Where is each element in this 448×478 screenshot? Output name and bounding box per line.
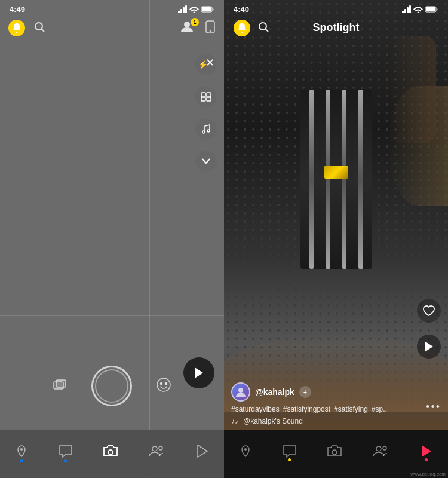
add-friend-btn-left[interactable]: 1 [181,20,197,36]
left-nav-spotlight[interactable] [196,445,209,458]
left-top-right: 1 [181,20,216,36]
svg-line-3 [42,29,45,32]
svg-rect-16 [56,380,66,387]
flash-off-icon[interactable]: ⚡ ✕ [195,54,217,75]
video-background [224,0,448,430]
play-icon-left [194,367,204,379]
right-nav-chat[interactable] [283,445,297,458]
username: @kahalpk [255,387,294,397]
svg-point-14 [207,130,210,132]
svg-rect-27 [426,7,435,11]
svg-point-13 [202,131,205,133]
emoji-icon[interactable] [156,377,171,396]
ghost-avatar-left[interactable] [8,20,25,36]
hashtag-3: #satisfying [334,405,368,413]
right-nav-camera[interactable] [327,445,342,458]
svg-marker-30 [425,341,433,352]
svg-rect-12 [207,97,211,101]
right-action-col [417,299,441,358]
right-status-right [402,5,438,13]
right-status-bar: 4:40 [224,0,448,16]
search-icon-right[interactable] [257,21,269,35]
svg-point-24 [159,446,162,450]
more-options-button[interactable]: ••• [426,401,441,413]
svg-point-34 [376,446,381,451]
right-battery-icon [425,6,438,13]
play-button-left[interactable] [183,357,214,388]
grid-h-lines [0,0,224,478]
left-status-right [178,5,214,13]
avatar-icon [235,387,246,397]
right-wifi-icon [413,6,423,13]
ghost-icon-left [12,23,22,33]
gold-piece [324,166,348,179]
filter-icon[interactable] [195,86,217,108]
shutter-inner [95,369,128,403]
left-time: 4:49 [10,5,25,14]
map-dot [20,459,23,462]
svg-point-33 [332,450,337,455]
grid-overlay [0,0,224,478]
battery-icon [201,6,214,13]
svg-point-17 [157,378,170,391]
add-friend-button[interactable]: + [299,386,311,398]
forward-button[interactable] [417,335,441,358]
svg-point-35 [383,446,386,450]
hashtags-row: #saturdayvibes #satisfyingpost #satisfyi… [231,405,441,413]
right-panel: 4:40 [224,0,448,478]
left-nav-camera[interactable] [103,445,118,458]
left-bottom-bar [0,430,224,478]
search-icon-left[interactable] [33,21,45,36]
right-nav-friends[interactable] [373,445,389,458]
notification-badge: 1 [191,18,199,26]
wifi-icon [189,6,199,13]
forward-icon [424,341,434,353]
camera-center-area [53,366,171,406]
svg-point-28 [259,23,266,30]
grid-h-line-1 [0,158,224,158]
svg-point-18 [160,382,162,384]
right-icons-col: ⚡ ✕ [195,54,217,172]
user-avatar[interactable] [231,382,250,402]
chat-dot [64,459,67,462]
cards-icon[interactable] [53,379,67,394]
hashtag-1: #saturdayvibes [231,405,280,413]
svg-rect-9 [201,93,205,97]
svg-point-22 [108,450,113,455]
svg-point-19 [165,382,167,384]
svg-rect-1 [202,7,211,11]
svg-point-2 [35,23,42,30]
svg-line-29 [266,29,269,32]
right-time: 4:40 [234,5,249,14]
right-nav-spotlight[interactable] [420,445,433,458]
left-status-bar: 4:49 [0,0,224,16]
finger-overlay [388,36,436,143]
phone-icon-left[interactable] [205,20,216,36]
add-friend-plus: + [303,389,307,396]
video-info-overlay: @kahalpk + #saturdayvibes #satisfyingpos… [224,378,448,430]
svg-rect-10 [207,93,211,97]
left-nav-chat[interactable] [59,445,73,458]
left-nav-friends[interactable] [149,445,165,458]
right-nav-map[interactable] [239,445,252,458]
svg-point-21 [20,448,23,451]
chat-dot-right [288,458,291,461]
svg-marker-36 [422,445,431,457]
sound-text: @kahalpk's Sound [243,417,303,425]
music-icon[interactable] [195,118,217,140]
ghost-avatar-right[interactable] [234,20,250,36]
hashtag-2: #satisfyingpost [283,405,330,413]
spotlight-dot-right [425,458,428,461]
ghost-icon-right [237,23,247,33]
shutter-button[interactable] [91,366,132,406]
svg-rect-11 [201,97,205,101]
user-row: @kahalpk + [231,382,441,402]
left-nav-map[interactable] [15,445,28,458]
chevron-down-icon[interactable] [195,151,217,172]
svg-point-4 [184,22,190,27]
right-signal-icon [402,5,411,13]
svg-point-32 [244,448,247,451]
left-top-left [8,20,45,36]
heart-button[interactable] [417,299,441,323]
metal-lines [300,90,372,269]
